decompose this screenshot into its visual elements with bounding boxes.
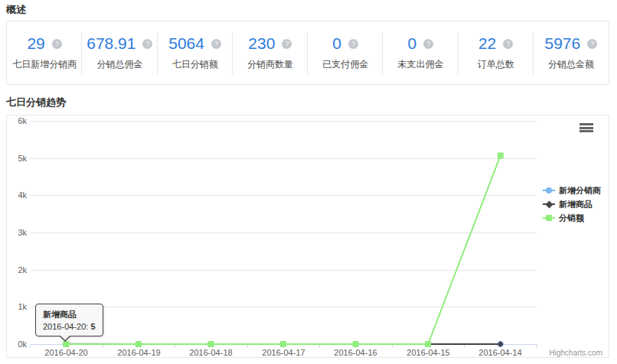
chart-tooltip: 新增商品 2016-04-20: 5 xyxy=(35,304,103,336)
overview-title: 概述 xyxy=(6,3,26,17)
series-line xyxy=(66,156,500,344)
help-icon[interactable]: ? xyxy=(142,39,152,49)
square-marker xyxy=(135,341,142,347)
stat-value: 5976 xyxy=(545,34,581,53)
tooltip-value-line: 2016-04-20: 5 xyxy=(43,322,96,331)
line-square-marker-icon xyxy=(543,214,555,222)
stat-label: 订单总数 xyxy=(478,58,514,71)
legend-item-sales-amount[interactable]: 分销额 xyxy=(543,211,601,225)
legend-label: 新增分销商 xyxy=(559,185,601,197)
tooltip-series-name: 新增商品 xyxy=(43,309,96,320)
hamburger-icon xyxy=(579,127,593,129)
square-marker xyxy=(63,341,69,347)
stat-card-total-amount: 5976 ? 分销总金额 xyxy=(534,21,609,84)
help-icon[interactable]: ? xyxy=(211,39,221,49)
tooltip-arrow xyxy=(60,335,70,340)
stat-card-paid-commission: 0 ? 已支付佣金 xyxy=(308,21,383,84)
help-icon[interactable]: ? xyxy=(282,39,292,49)
help-icon[interactable]: ? xyxy=(587,39,597,49)
highcharts-credits-link[interactable]: Highcharts.com xyxy=(550,349,602,357)
help-icon[interactable]: ? xyxy=(52,39,62,49)
stat-value: 0 xyxy=(408,34,417,53)
hamburger-icon xyxy=(579,123,593,125)
help-icon[interactable]: ? xyxy=(423,39,433,49)
stat-label: 七日分销额 xyxy=(172,58,218,71)
stat-card-total-commission: 678.91 ? 分销总佣金 xyxy=(82,21,157,84)
legend-item-new-products[interactable]: 新增商品 xyxy=(543,197,601,211)
stat-label: 分销总佣金 xyxy=(96,58,142,71)
line-circle-marker-icon xyxy=(543,187,555,194)
stat-label: 分销总金额 xyxy=(548,58,594,71)
dashboard-page: 概述 29 ? 七日新增分销商 678.91 ? 分销总佣金 5064 ? 七日… xyxy=(0,0,617,364)
line-diamond-marker-icon xyxy=(543,200,555,208)
stat-value: 22 xyxy=(478,34,496,53)
stat-label: 未支出佣金 xyxy=(397,58,443,71)
stat-value: 230 xyxy=(248,34,275,53)
trend-chart: 6k 5k 4k 3k 2k 1k 0k 2016-04-20 2016-04-… xyxy=(6,115,609,358)
stat-card-unpaid-commission: 0 ? 未支出佣金 xyxy=(383,21,458,84)
square-marker xyxy=(498,153,504,159)
stat-label: 已支付佣金 xyxy=(322,58,368,71)
stat-card-new-distributors-7d: 29 ? 七日新增分销商 xyxy=(7,21,82,84)
legend-item-new-distributors[interactable]: 新增分销商 xyxy=(543,184,601,197)
stat-value: 29 xyxy=(27,34,44,53)
legend-label: 新增商品 xyxy=(559,199,593,210)
help-icon[interactable]: ? xyxy=(503,39,513,49)
help-icon[interactable]: ? xyxy=(348,39,358,49)
stat-value: 5064 xyxy=(168,34,204,53)
square-marker xyxy=(425,341,431,347)
stat-card-sales-7d: 5064 ? 七日分销额 xyxy=(158,21,233,84)
trend-chart-title: 七日分销趋势 xyxy=(6,96,66,109)
square-marker xyxy=(280,341,286,347)
stats-bar: 29 ? 七日新增分销商 678.91 ? 分销总佣金 5064 ? 七日分销额… xyxy=(6,21,609,85)
stat-label: 七日新增分销商 xyxy=(12,58,77,71)
hamburger-icon xyxy=(579,130,593,132)
stat-card-order-total: 22 ? 订单总数 xyxy=(459,21,534,84)
stat-card-distributor-count: 230 ? 分销商数量 xyxy=(233,21,308,84)
stat-label: 分销商数量 xyxy=(247,58,293,71)
stat-value: 678.91 xyxy=(87,34,135,53)
square-marker xyxy=(353,341,359,347)
legend-label: 分销额 xyxy=(559,213,584,224)
stat-value: 0 xyxy=(332,34,341,53)
chart-menu-button[interactable] xyxy=(578,121,595,135)
square-marker xyxy=(207,341,214,347)
chart-legend: 新增分销商 新增商品 分销额 xyxy=(543,184,601,225)
